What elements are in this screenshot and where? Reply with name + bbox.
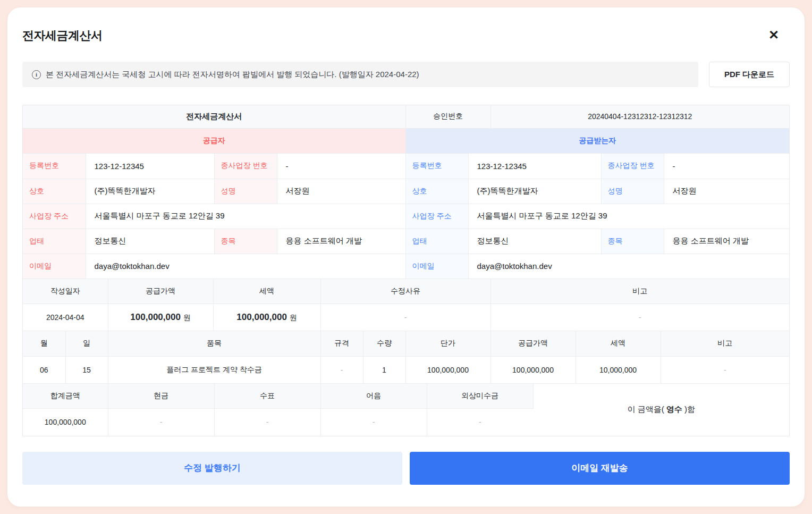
currency-unit: 원 (183, 313, 191, 322)
summary-reason-header: 수정사유 (320, 279, 490, 304)
invoice-header-table: 전자세금계산서 승인번호 20240404-12312312-12312312 (23, 105, 789, 129)
supplier-biz-item-label: 종목 (214, 229, 277, 254)
buyer-biz-type-label: 업태 (405, 229, 468, 254)
supplier-sub-biz-label: 종사업장 번호 (214, 154, 277, 179)
buyer-address-label: 사업장 주소 (405, 204, 468, 229)
table-row: 전자세금계산서 승인번호 20240404-12312312-12312312 (23, 105, 789, 128)
summary-reason-value: - (320, 304, 490, 331)
summary-tax-number: 100,000,000 (236, 312, 287, 322)
total-amount-header: 합계금액 (23, 384, 108, 409)
check-value: - (214, 409, 320, 436)
cash-header: 현금 (108, 384, 214, 409)
email-resend-button[interactable]: 이메일 재발송 (410, 452, 790, 485)
supplier-company-label: 상호 (23, 179, 86, 204)
tax-invoice-modal: 전자세금계산서 ✕ i 본 전자세금계산서는 국세청 고시에 따라 전자서명하여… (7, 7, 805, 507)
item-spec-value: - (320, 356, 363, 383)
buyer-email-value: daya@toktokhan.dev (468, 254, 789, 279)
supplier-address-label: 사업장 주소 (23, 204, 86, 229)
bill-value: - (320, 409, 427, 436)
buyer-name-label: 성명 (601, 179, 664, 204)
buyer-company-label: 상호 (405, 179, 468, 204)
item-month-value: 06 (23, 356, 65, 383)
item-supply-value: 100,000,000 (490, 356, 576, 383)
receipt-prefix: 이 금액을( (627, 405, 666, 414)
close-icon[interactable]: ✕ (765, 27, 782, 44)
item-tax-header: 세액 (576, 331, 661, 356)
modify-issue-button[interactable]: 수정 발행하기 (22, 452, 402, 485)
summary-date-value: 2024-04-04 (23, 304, 108, 331)
supplier-reg-no-value: 123-12-12345 (86, 154, 214, 179)
total-amount-value: 100,000,000 (23, 409, 108, 436)
item-tax-value: 10,000,000 (576, 356, 661, 383)
table-row: 월 일 품목 규격 수량 단가 공급가액 세액 비고 (23, 331, 789, 356)
supplier-email-value: daya@toktokhan.dev (86, 254, 405, 279)
buyer-reg-no-label: 등록번호 (405, 154, 468, 179)
footer-actions: 수정 발행하기 이메일 재발송 (22, 452, 790, 485)
credit-header: 외상미수금 (427, 384, 533, 409)
receipt-suffix: )함 (682, 405, 695, 414)
supplier-biz-type-label: 업태 (23, 229, 86, 254)
supplier-name-value: 서장원 (277, 179, 405, 204)
buyer-sub-biz-label: 종사업장 번호 (601, 154, 664, 179)
receipt-statement: 이 금액을( 영수 )함 (533, 384, 789, 436)
buyer-email-label: 이메일 (405, 254, 468, 279)
totals-table: 합계금액 현금 수표 어음 외상미수금 이 금액을( 영수 )함 100,000… (23, 384, 789, 436)
item-note-value: - (661, 356, 789, 383)
table-row: 공급자 공급받는자 (23, 129, 789, 154)
item-qty-header: 수량 (363, 331, 405, 356)
issue-notice-text: 본 전자세금계산서는 국세청 고시에 따라 전자서명하여 팝빌에서 발행 되었습… (46, 70, 419, 80)
table-row: 작성일자 공급가액 세액 수정사유 비고 (23, 279, 789, 304)
approval-number-value: 20240404-12312312-12312312 (490, 105, 789, 128)
supplier-reg-no-label: 등록번호 (23, 154, 86, 179)
supplier-sub-biz-value: - (277, 154, 405, 179)
supplier-name-label: 성명 (214, 179, 277, 204)
supplier-company-value: (주)똑똑한개발자 (86, 179, 214, 204)
table-row: 등록번호 123-12-12345 종사업장 번호 - 등록번호 123-12-… (23, 154, 789, 179)
table-row: 이메일 daya@toktokhan.dev 이메일 daya@toktokha… (23, 254, 789, 279)
page-title: 전자세금계산서 (22, 29, 103, 42)
summary-supply-value: 100,000,000 원 (108, 304, 213, 331)
invoice-doc-title: 전자세금계산서 (23, 105, 405, 128)
summary-supply-header: 공급가액 (108, 279, 213, 304)
table-row: 06 15 플러그 프로젝트 계약 착수금 - 1 100,000,000 10… (23, 356, 789, 383)
pdf-download-button[interactable]: PDF 다운로드 (709, 62, 790, 87)
summary-note-value: - (490, 304, 789, 331)
buyer-biz-type-value: 정보통신 (468, 229, 601, 254)
item-month-header: 월 (23, 331, 65, 356)
table-row: 2024-04-04 100,000,000 원 100,000,000 원 -… (23, 304, 789, 331)
bill-header: 어음 (320, 384, 427, 409)
banner-row: i 본 전자세금계산서는 국세청 고시에 따라 전자서명하여 팝빌에서 발행 되… (22, 62, 790, 87)
party-details-table: 등록번호 123-12-12345 종사업장 번호 - 등록번호 123-12-… (23, 154, 789, 279)
item-unit-price-header: 단가 (405, 331, 490, 356)
receipt-type: 영수 (666, 405, 682, 414)
item-name-value: 플러그 프로젝트 계약 착수금 (108, 356, 320, 383)
supplier-biz-type-value: 정보통신 (86, 229, 214, 254)
invoice-table: 전자세금계산서 승인번호 20240404-12312312-12312312 … (22, 105, 790, 436)
buyer-biz-item-label: 종목 (601, 229, 664, 254)
summary-note-header: 비고 (490, 279, 789, 304)
table-row: 사업장 주소 서울특별시 마포구 동교로 12안길 39 사업장 주소 서울특별… (23, 204, 789, 229)
item-spec-header: 규격 (320, 331, 363, 356)
summary-tax-header: 세액 (213, 279, 320, 304)
supplier-biz-item-value: 응용 소프트웨어 개발 (277, 229, 405, 254)
summary-tax-value: 100,000,000 원 (213, 304, 320, 331)
buyer-reg-no-value: 123-12-12345 (468, 154, 601, 179)
summary-date-header: 작성일자 (23, 279, 108, 304)
check-header: 수표 (214, 384, 320, 409)
item-name-header: 품목 (108, 331, 320, 356)
item-supply-header: 공급가액 (490, 331, 576, 356)
party-section-header-table: 공급자 공급받는자 (23, 129, 789, 154)
buyer-company-value: (주)똑똑한개발자 (468, 179, 601, 204)
issue-notice-banner: i 본 전자세금계산서는 국세청 고시에 따라 전자서명하여 팝빌에서 발행 되… (22, 62, 698, 87)
item-day-header: 일 (65, 331, 108, 356)
table-row: 상호 (주)똑똑한개발자 성명 서장원 상호 (주)똑똑한개발자 성명 서장원 (23, 179, 789, 204)
item-day-value: 15 (65, 356, 108, 383)
supplier-address-value: 서울특별시 마포구 동교로 12안길 39 (86, 204, 405, 229)
supplier-email-label: 이메일 (23, 254, 86, 279)
supplier-section-header: 공급자 (23, 129, 405, 154)
buyer-name-value: 서장원 (664, 179, 789, 204)
item-note-header: 비고 (661, 331, 789, 356)
cash-value: - (108, 409, 214, 436)
credit-value: - (427, 409, 533, 436)
info-icon: i (32, 70, 41, 79)
